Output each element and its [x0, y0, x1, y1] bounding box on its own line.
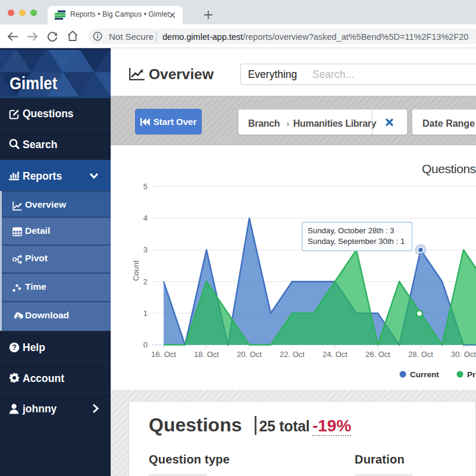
svg-text:5: 5: [143, 182, 148, 191]
svg-text:4: 4: [143, 214, 148, 223]
svg-text:30. Oct: 30. Oct: [451, 350, 476, 359]
svg-text:24. Oct: 24. Oct: [322, 350, 347, 359]
svg-text:0: 0: [143, 340, 148, 349]
svg-text:Questions: Questions: [422, 162, 476, 176]
svg-text:1: 1: [143, 309, 148, 318]
svg-text:Count: Count: [131, 260, 140, 281]
svg-text:Sunday, October 28th : 3: Sunday, October 28th : 3: [308, 226, 394, 235]
svg-text:Sunday, September 30th : 1: Sunday, September 30th : 1: [308, 237, 405, 246]
svg-text:26. Oct: 26. Oct: [365, 350, 390, 359]
svg-text:Previous period: Previous period: [467, 370, 476, 379]
svg-text:3: 3: [143, 245, 148, 254]
svg-text:28. Oct: 28. Oct: [408, 350, 433, 359]
svg-text:2: 2: [143, 277, 148, 286]
svg-text:20. Oct: 20. Oct: [237, 350, 262, 359]
svg-text:Current: Current: [410, 370, 439, 379]
svg-text:22. Oct: 22. Oct: [280, 350, 305, 359]
svg-text:18. Oct: 18. Oct: [194, 350, 219, 359]
svg-text:16. Oct: 16. Oct: [151, 350, 176, 359]
svg-text:?: ?: [12, 343, 17, 352]
